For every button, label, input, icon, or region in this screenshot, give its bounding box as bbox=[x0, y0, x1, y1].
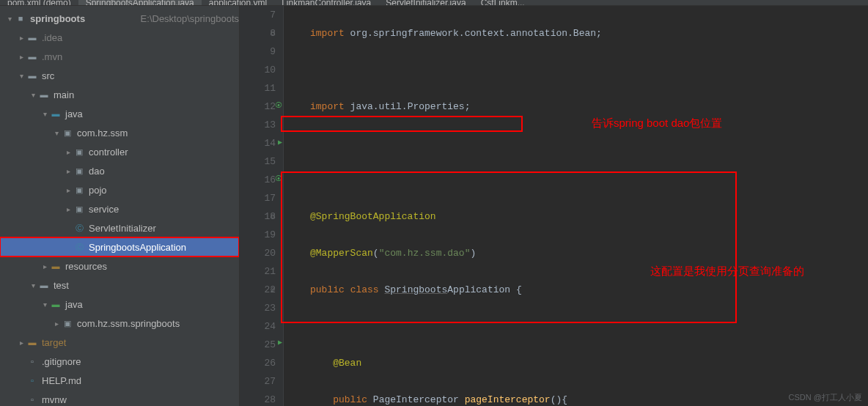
file-icon: ▫ bbox=[26, 355, 38, 367]
tree-src[interactable]: ▾ ▬ src bbox=[0, 66, 239, 85]
tree-label: ServletInitializer bbox=[89, 223, 239, 234]
tree-app[interactable]: Ⓒ SpringbootsApplication bbox=[0, 237, 239, 256]
tree-label: src bbox=[42, 70, 239, 81]
class-icon: Ⓒ bbox=[73, 222, 85, 234]
annotation-text-1: 告诉spring boot dao包位置 bbox=[592, 114, 722, 132]
annotation-text-2: 这配置是我使用分页查询准备的 bbox=[650, 262, 804, 280]
tree-java-test[interactable]: ▾ ▬ java bbox=[0, 295, 239, 314]
chevron-down-icon: ▾ bbox=[40, 300, 50, 309]
folder-icon: ▬ bbox=[26, 336, 38, 348]
markdown-icon: ▫ bbox=[26, 374, 38, 386]
chevron-right-icon: ▸ bbox=[51, 320, 62, 328]
chevron-down-icon: ▾ bbox=[51, 129, 62, 137]
chevron-down-icon: ▾ bbox=[4, 15, 15, 23]
tree-dao[interactable]: ▸ ▣ dao bbox=[0, 161, 239, 180]
tree-target[interactable]: ▸ ▬ target bbox=[0, 333, 239, 352]
tree-label: SpringbootsApplication bbox=[89, 242, 239, 253]
folder-icon: ▬ bbox=[26, 51, 38, 62]
tree-label: com.hz.ssm bbox=[77, 128, 239, 139]
chevron-right-icon: ▸ bbox=[16, 53, 26, 61]
class-icon: Ⓒ bbox=[73, 241, 85, 253]
tree-idea[interactable]: ▸ ▬ .idea bbox=[0, 28, 239, 47]
chevron-right-icon: ▸ bbox=[63, 148, 73, 156]
tree-root-path: E:\Desktop\springboots bbox=[141, 13, 239, 24]
tree-label: main bbox=[54, 89, 239, 100]
chevron-right-icon: ▸ bbox=[40, 262, 50, 270]
resources-folder-icon: ▬ bbox=[50, 260, 62, 272]
tree-label: controller bbox=[89, 147, 239, 158]
project-tree[interactable]: ▾ ■ springboots E:\Desktop\springboots ▸… bbox=[0, 6, 240, 406]
line-gutter: 7 8 9 10 11 12 13 14 15 16 17 18 19 20 2… bbox=[240, 6, 284, 406]
chevron-right-icon: ▸ bbox=[63, 186, 73, 194]
tree-root[interactable]: ▾ ■ springboots E:\Desktop\springboots bbox=[0, 9, 239, 28]
tree-test-pkg[interactable]: ▸ ▣ com.hz.ssm.springboots bbox=[0, 314, 239, 333]
folder-icon: ▬ bbox=[26, 32, 38, 43]
tree-label: dao bbox=[89, 166, 239, 177]
chevron-down-icon: ▾ bbox=[16, 72, 26, 80]
tree-test[interactable]: ▾ ▬ test bbox=[0, 276, 239, 295]
tab-linkman[interactable]: LinkmanController.java bbox=[274, 0, 378, 6]
package-icon: ▣ bbox=[73, 203, 85, 215]
tree-label: HELP.md bbox=[42, 375, 239, 386]
chevron-right-icon: ▸ bbox=[16, 339, 26, 347]
tree-java-src[interactable]: ▾ ▬ java bbox=[0, 104, 239, 123]
chevron-down-icon: ▾ bbox=[40, 110, 50, 118]
tab-yml[interactable]: application.yml bbox=[202, 0, 274, 6]
tree-label: target bbox=[42, 337, 239, 348]
editor-tabs: pom.xml (demo) SpringbootsApplication.ja… bbox=[0, 0, 868, 6]
tree-pkg[interactable]: ▾ ▣ com.hz.ssm bbox=[0, 123, 239, 142]
source-folder-icon: ▬ bbox=[50, 108, 62, 119]
tree-label: service bbox=[89, 204, 239, 215]
tree-label: test bbox=[54, 280, 239, 291]
chevron-down-icon: ▾ bbox=[28, 281, 38, 289]
package-icon: ▣ bbox=[73, 184, 85, 196]
annotation-box-1 bbox=[281, 116, 523, 132]
chevron-right-icon: ▸ bbox=[63, 167, 73, 175]
tree-help[interactable]: ▫ HELP.md bbox=[0, 371, 239, 390]
file-icon: ▫ bbox=[26, 394, 38, 405]
chevron-right-icon: ▸ bbox=[16, 34, 26, 42]
tree-label: java bbox=[65, 108, 239, 119]
tree-label: java bbox=[65, 299, 239, 310]
tree-servlet-init[interactable]: Ⓒ ServletInitializer bbox=[0, 218, 239, 237]
tree-label: resources bbox=[65, 261, 239, 272]
tree-gitignore[interactable]: ▫ .gitignore bbox=[0, 352, 239, 371]
watermark: CSDN @打工人小夏 bbox=[789, 392, 862, 403]
code-editor[interactable]: 7 8 9 10 11 12 13 14 15 16 17 18 19 20 2… bbox=[240, 6, 868, 406]
tab-app[interactable]: SpringbootsApplication.java bbox=[78, 0, 202, 6]
package-icon: ▣ bbox=[73, 146, 85, 158]
package-icon: ▣ bbox=[62, 127, 73, 139]
tree-mvn[interactable]: ▸ ▬ .mvn bbox=[0, 47, 239, 66]
tree-label: mvnw bbox=[42, 394, 239, 405]
tree-resources[interactable]: ▸ ▬ resources bbox=[0, 256, 239, 276]
tree-mvnw[interactable]: ▫ mvnw bbox=[0, 390, 239, 406]
package-icon: ▣ bbox=[62, 317, 73, 329]
tab-pom[interactable]: pom.xml (demo) bbox=[0, 0, 78, 6]
tree-root-label: springboots bbox=[30, 13, 136, 24]
tree-controller[interactable]: ▸ ▣ controller bbox=[0, 142, 239, 161]
tree-service[interactable]: ▸ ▣ service bbox=[0, 199, 239, 218]
folder-icon: ▬ bbox=[38, 279, 50, 291]
tree-label: .gitignore bbox=[42, 356, 239, 367]
tree-label: com.hz.ssm.springboots bbox=[77, 318, 239, 329]
project-icon: ■ bbox=[15, 12, 26, 24]
code-content[interactable]: ⊖import org.springframework.context.anno… bbox=[284, 6, 868, 406]
tree-label: .mvn bbox=[42, 51, 239, 62]
chevron-right-icon: ▸ bbox=[63, 205, 73, 213]
tree-pojo[interactable]: ▸ ▣ pojo bbox=[0, 180, 239, 199]
tree-label: .idea bbox=[42, 32, 239, 43]
folder-icon: ▬ bbox=[26, 70, 38, 81]
test-folder-icon: ▬ bbox=[50, 298, 62, 310]
tree-label: pojo bbox=[89, 185, 239, 196]
package-icon: ▣ bbox=[73, 165, 85, 177]
chevron-down-icon: ▾ bbox=[28, 91, 38, 99]
folder-icon: ▬ bbox=[38, 89, 50, 100]
tab-cstlink[interactable]: CstLinkm... bbox=[474, 0, 532, 6]
tab-servlet[interactable]: ServletInitializer.java bbox=[378, 0, 473, 6]
tree-main[interactable]: ▾ ▬ main bbox=[0, 85, 239, 104]
